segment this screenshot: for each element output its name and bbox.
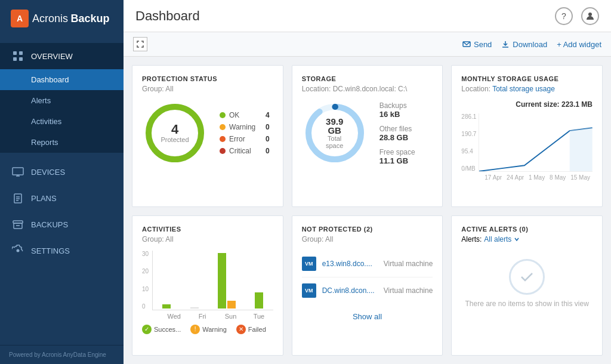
x-label-sun: Sun — [219, 313, 243, 320]
download-icon — [501, 40, 510, 48]
monitor-icon — [12, 166, 24, 178]
storage-total: 39.9 GB — [318, 117, 351, 135]
widget-monthly-storage: MONTHLY STORAGE USAGE Location: Total st… — [451, 65, 603, 207]
sidebar-item-plans[interactable]: PLANS — [0, 185, 124, 211]
bar-tue-success — [255, 292, 263, 309]
line-chart-svg — [479, 113, 593, 171]
show-all: Show all — [302, 304, 433, 322]
critical-name: Critical — [229, 147, 262, 155]
sidebar-item-devices[interactable]: DEVICES — [0, 159, 124, 185]
storage-content: 39.9 GB Total space Backups 16 kB Other … — [302, 100, 433, 166]
act-y-10: 10 — [142, 286, 149, 292]
monthly-subtitle: Location: Total storage usage — [461, 85, 593, 93]
help-button[interactable]: ? — [555, 7, 573, 25]
sidebar-item-activities[interactable]: Activities — [0, 111, 124, 132]
main-content: Dashboard ? — [124, 0, 611, 364]
free-label: Free space — [379, 148, 415, 156]
x-label-2: 1 May — [529, 174, 545, 181]
x-label-4: 15 May — [570, 174, 590, 181]
svg-rect-1 — [19, 51, 23, 55]
user-icon — [585, 11, 595, 21]
send-icon — [462, 40, 471, 48]
check-icon — [518, 268, 536, 286]
legend-critical: Critical 0 — [220, 147, 270, 155]
bar-sun-warning — [227, 301, 236, 309]
user-button[interactable] — [581, 7, 599, 25]
protection-status-title: PROTECTION STATUS — [142, 75, 273, 82]
send-button[interactable]: Send — [462, 40, 492, 49]
storage-sublabel: Total space — [318, 135, 351, 149]
logo-text: Acronis Backup — [32, 13, 110, 25]
activities-subtitle: Group: All — [142, 235, 273, 243]
act-legend-failed: ✕ Failed — [236, 325, 266, 334]
sidebar-item-reports[interactable]: Reports — [0, 132, 124, 153]
act-y-20: 20 — [142, 268, 149, 274]
sidebar-overview-label: OVERVIEW — [31, 52, 73, 61]
bar-wed — [162, 304, 171, 309]
np-item-0: VM e13.win8.dco.... Virtual machine — [302, 251, 433, 277]
sidebar-item-settings[interactable]: SETTINGS — [0, 237, 124, 264]
warning-name: Warning — [229, 123, 262, 131]
y-label-2: 95.4 — [461, 148, 476, 155]
sidebar-subitems-overview: Dashboard Alerts Activities Reports — [0, 69, 124, 153]
sidebar-section-overview: OVERVIEW Dashboard Alerts Activities Rep… — [0, 37, 124, 159]
show-all-link[interactable]: Show all — [353, 312, 382, 321]
widget-activities: ACTIVITIES Group: All 30 20 10 0 — [132, 215, 283, 356]
warning-icon: ! — [190, 325, 200, 334]
act-legend-success: ✓ Succes... — [142, 325, 181, 334]
sidebar-item-dashboard[interactable]: Dashboard — [0, 69, 124, 90]
widget-active-alerts: ACTIVE ALERTS (0) Alerts: All alerts The… — [451, 215, 603, 356]
add-widget-label: + Add widget — [557, 40, 601, 49]
np-item-1: VM DC.win8.dcon.... Virtual machine — [302, 277, 433, 304]
x-label-0: 17 Apr — [485, 174, 502, 181]
download-button[interactable]: Download — [501, 40, 547, 49]
svg-point-14 — [588, 13, 592, 16]
sidebar-item-backups[interactable]: BACKUPS — [0, 211, 124, 237]
alerts-link[interactable]: All alerts — [484, 235, 511, 243]
grid-icon — [12, 50, 24, 62]
monthly-size-value: 223.1 MB — [561, 100, 593, 109]
svg-rect-0 — [13, 51, 17, 55]
logo-acronis: Acronis — [32, 13, 68, 24]
alerts-empty-state: There are no items to show in this view — [461, 251, 593, 316]
add-widget-button[interactable]: + Add widget — [557, 40, 601, 49]
failed-label: Failed — [248, 326, 266, 333]
not-protected-title: NOT PROTECTED (2) — [302, 226, 433, 233]
np-type-1: Virtual machine — [384, 286, 433, 295]
np-name-1[interactable]: DC.win8.dcon.... — [322, 286, 378, 295]
logo-icon: A — [11, 10, 29, 27]
np-name-0[interactable]: e13.win8.dco.... — [322, 260, 378, 268]
ok-name: OK — [229, 111, 262, 119]
sidebar-item-overview[interactable]: OVERVIEW — [0, 43, 124, 69]
warning-dot — [220, 124, 226, 130]
chevron-down-icon — [514, 236, 520, 242]
warning-count: 0 — [266, 123, 270, 131]
legend-ok: OK 4 — [220, 111, 270, 119]
y-label-0: 286.1 — [461, 113, 476, 120]
svg-rect-3 — [19, 57, 23, 61]
ok-dot — [220, 112, 226, 118]
monthly-location-link[interactable]: Total storage usage — [492, 85, 555, 93]
storage-legend-backups: Backups 16 kB — [379, 101, 415, 119]
success-label: Succes... — [154, 326, 181, 333]
protection-status-subtitle: Group: All — [142, 85, 273, 93]
donut-label: Protected — [161, 136, 189, 143]
storage-legend: Backups 16 kB Other files 28.8 GB Free s… — [379, 101, 415, 165]
expand-button[interactable] — [133, 37, 147, 51]
backups-label: Backups — [379, 101, 415, 110]
y-label-3: 0/MB — [461, 165, 476, 172]
protection-donut: 4 Protected — [142, 100, 208, 166]
toolbar-left — [133, 37, 147, 51]
legend-error: Error 0 — [220, 135, 270, 143]
critical-count: 0 — [266, 147, 270, 155]
vm-icon-1: VM — [302, 283, 316, 298]
error-dot — [220, 136, 226, 142]
other-value: 28.8 GB — [379, 133, 415, 142]
error-name: Error — [229, 135, 262, 143]
bar-wed-success — [162, 304, 171, 309]
alerts-empty-icon — [509, 259, 545, 295]
x-label-wed: Wed — [162, 313, 186, 320]
y-label-1: 190.7 — [461, 131, 476, 137]
sidebar-item-alerts[interactable]: Alerts — [0, 90, 124, 111]
activities-title: ACTIVITIES — [142, 226, 273, 233]
